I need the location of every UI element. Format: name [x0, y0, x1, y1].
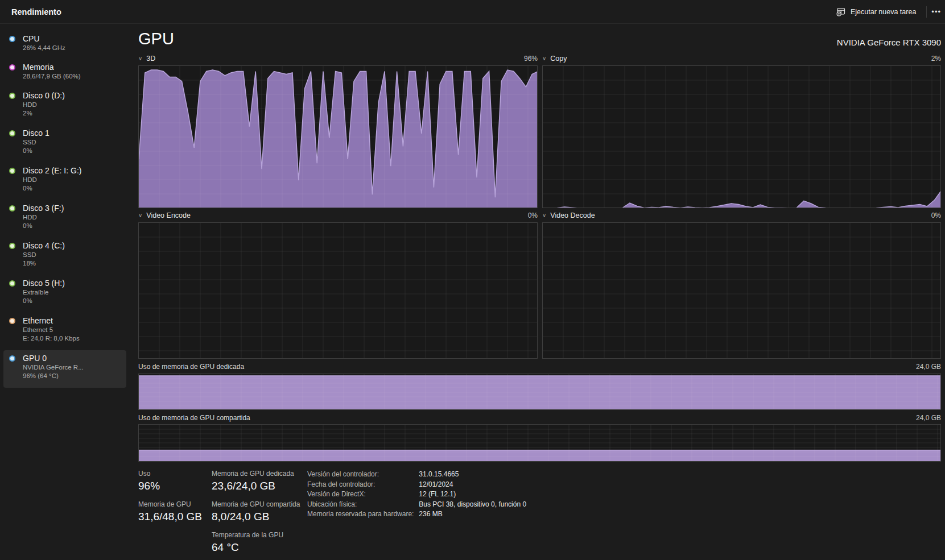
- stat-label: Memoria de GPU compartida: [212, 500, 300, 508]
- sidebar-item-disk3[interactable]: Disco 3 (F:) HDD 0%: [3, 200, 126, 238]
- stat-value: 8,0/24,0 GB: [212, 511, 300, 523]
- chart-copy: [542, 65, 941, 208]
- disk-status-dot: [9, 168, 15, 174]
- chart-title-video-decode: Video Decode: [550, 211, 595, 219]
- kv-label: Versión del controlador:: [307, 470, 417, 480]
- stat-label: Uso: [138, 470, 202, 478]
- sidebar-item-sub: HDD: [23, 176, 122, 184]
- sidebar-item-label: CPU: [23, 34, 122, 44]
- dedicated-memory-max: 24,0 GB: [916, 363, 941, 371]
- chevron-down-icon[interactable]: ∨: [138, 212, 142, 218]
- sidebar-item-label: Disco 4 (C:): [23, 241, 122, 251]
- chevron-down-icon[interactable]: ∨: [542, 212, 546, 218]
- sidebar-item-sub: 0%: [23, 297, 122, 305]
- sidebar-item-ethernet[interactable]: Ethernet Ethernet 5 E: 24,0 R: 8,0 Kbps: [3, 313, 126, 350]
- sidebar-item-sub: 18%: [23, 259, 122, 268]
- sidebar-item-sub: SSD: [23, 251, 122, 259]
- sidebar-item-label: Disco 3 (F:): [23, 204, 122, 213]
- kv-label: Ubicación física:: [307, 500, 417, 510]
- kv-value: 12 (FL 12.1): [419, 490, 456, 498]
- kv-label: Memoria reservada para hardware:: [307, 509, 417, 520]
- chevron-down-icon[interactable]: ∨: [542, 55, 546, 61]
- stat-usage: Uso 96%: [138, 470, 202, 492]
- performance-sidebar: CPU 26% 4,44 GHz Memoria 28,6/47,9 GB (6…: [0, 24, 130, 560]
- sidebar-item-sub: E: 24,0 R: 8,0 Kbps: [23, 334, 122, 343]
- chart-shared-memory: [138, 424, 941, 462]
- dedicated-memory-label: Uso de memoria de GPU dedicada: [138, 363, 244, 371]
- chart-header-video-encode: ∨ Video Encode 0%: [138, 211, 538, 220]
- new-task-icon: [836, 7, 846, 16]
- chart-value-video-decode: 0%: [931, 211, 941, 219]
- shared-memory-label: Uso de memoria de GPU compartida: [138, 414, 250, 422]
- driver-date-row: Fecha del controlador: 12/01/2024: [307, 480, 526, 490]
- stat-label: Temperatura de la GPU: [212, 531, 300, 539]
- shared-memory-header: Uso de memoria de GPU compartida 24,0 GB: [138, 413, 941, 422]
- sidebar-item-sub: SSD: [23, 138, 122, 147]
- more-options-button[interactable]: •••: [930, 4, 944, 19]
- sidebar-item-gpu0[interactable]: GPU 0 NVIDIA GeForce R... 96% (64 °C): [3, 350, 126, 388]
- sidebar-item-label: Ethernet: [23, 316, 122, 326]
- titlebar: Rendimiento Ejecutar nueva tarea •••: [0, 0, 945, 24]
- sidebar-item-label: GPU 0: [23, 354, 122, 363]
- gpu-status-dot: [9, 355, 15, 362]
- sidebar-item-sub: 0%: [23, 184, 122, 193]
- memory-status-dot: [9, 64, 15, 70]
- stat-value: 64 °C: [212, 541, 300, 554]
- disk-status-dot: [9, 205, 15, 211]
- titlebar-separator: [926, 6, 927, 18]
- sidebar-item-sub: 2%: [23, 109, 122, 118]
- disk-status-dot: [9, 243, 15, 249]
- titlebar-actions: Ejecutar nueva tarea •••: [831, 0, 945, 23]
- gpu-heading: GPU: [138, 30, 174, 48]
- sidebar-item-sub: HDD: [23, 213, 122, 222]
- run-new-task-button[interactable]: Ejecutar nueva tarea: [831, 3, 922, 20]
- sidebar-item-label: Disco 1: [23, 128, 122, 138]
- sidebar-item-sub: Extraíble: [23, 288, 122, 297]
- sidebar-item-disk1[interactable]: Disco 1 SSD 0%: [3, 125, 126, 163]
- stat-gpu-memory: Memoria de GPU 31,6/48,0 GB: [138, 500, 202, 523]
- page-title: Rendimiento: [11, 7, 61, 16]
- sidebar-item-memory[interactable]: Memoria 28,6/47,9 GB (60%): [3, 59, 126, 88]
- sidebar-item-sub: 0%: [23, 222, 122, 230]
- chart-video-encode: [138, 222, 538, 359]
- directx-version-row: Versión de DirectX: 12 (FL 12.1): [307, 490, 526, 500]
- sidebar-item-disk2[interactable]: Disco 2 (E: I: G:) HDD 0%: [3, 163, 126, 200]
- stat-gpu-temperature: Temperatura de la GPU 64 °C: [212, 531, 300, 554]
- shared-memory-max: 24,0 GB: [916, 414, 941, 422]
- sidebar-item-sub: 26% 4,44 GHz: [23, 44, 122, 52]
- sidebar-item-cpu[interactable]: CPU 26% 4,44 GHz: [3, 31, 126, 59]
- hardware-reserved-memory-row: Memoria reservada para hardware: 236 MB: [307, 509, 526, 520]
- stat-value: 23,6/24,0 GB: [212, 480, 300, 492]
- chart-3d: [138, 65, 538, 208]
- cpu-status-dot: [9, 36, 15, 42]
- gpu-device-name: NVIDIA GeForce RTX 3090: [837, 38, 941, 47]
- sidebar-item-disk0[interactable]: Disco 0 (D:) HDD 2%: [3, 88, 126, 125]
- stat-value: 31,6/48,0 GB: [138, 511, 202, 523]
- sidebar-item-label: Memoria: [23, 63, 122, 72]
- sidebar-item-sub: 0%: [23, 147, 122, 155]
- sidebar-item-label: Disco 2 (E: I: G:): [23, 166, 122, 176]
- sidebar-item-disk4[interactable]: Disco 4 (C:) SSD 18%: [3, 238, 126, 275]
- stat-shared-memory: Memoria de GPU compartida 8,0/24,0 GB: [212, 500, 300, 523]
- stat-value: 96%: [138, 480, 202, 492]
- chart-title-video-encode: Video Encode: [146, 211, 191, 219]
- chart-header-3d: ∨ 3D 96%: [138, 54, 538, 63]
- kv-value: 236 MB: [419, 510, 442, 518]
- sidebar-item-label: Disco 5 (H:): [23, 279, 122, 288]
- chart-value-3d: 96%: [524, 55, 538, 63]
- ethernet-status-dot: [9, 318, 15, 324]
- chart-title-3d: 3D: [146, 55, 155, 63]
- chart-value-video-encode: 0%: [528, 211, 538, 219]
- chart-value-copy: 2%: [931, 55, 941, 63]
- disk-status-dot: [9, 93, 15, 99]
- kv-value: 31.0.15.4665: [419, 470, 459, 478]
- sidebar-item-disk5[interactable]: Disco 5 (H:) Extraíble 0%: [3, 275, 126, 313]
- stats-column-2: Memoria de GPU dedicada 23,6/24,0 GB Mem…: [212, 470, 300, 560]
- stats-column-1: Uso 96% Memoria de GPU 31,6/48,0 GB: [138, 470, 202, 531]
- stats-column-3: Versión del controlador: 31.0.15.4665 Fe…: [307, 470, 526, 520]
- stat-dedicated-memory: Memoria de GPU dedicada 23,6/24,0 GB: [212, 470, 300, 492]
- chevron-down-icon[interactable]: ∨: [138, 55, 142, 61]
- dedicated-memory-header: Uso de memoria de GPU dedicada 24,0 GB: [138, 362, 941, 371]
- kv-label: Fecha del controlador:: [307, 480, 417, 490]
- chart-header-video-decode: ∨ Video Decode 0%: [542, 211, 941, 220]
